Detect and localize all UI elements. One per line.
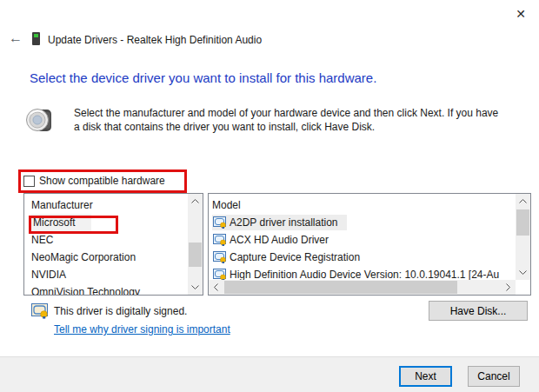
- scrollbar-thumb[interactable]: [189, 243, 202, 267]
- page-title: Select the device driver you want to ins…: [30, 70, 376, 85]
- chevron-left-icon: [214, 283, 218, 291]
- speaker-icon: [25, 105, 55, 137]
- driver-cert-icon: [213, 216, 227, 229]
- driver-device-icon: [32, 32, 40, 45]
- chevron-down-icon: [519, 270, 527, 275]
- chevron-right-icon: [506, 283, 510, 291]
- cancel-button[interactable]: Cancel: [468, 366, 520, 387]
- show-compatible-hardware-checkbox[interactable]: [23, 176, 35, 187]
- have-disk-button[interactable]: Have Disk...: [429, 301, 528, 321]
- scroll-up-button[interactable]: [516, 194, 530, 209]
- scroll-right-button[interactable]: [501, 280, 516, 295]
- list-item-nvidia[interactable]: NVIDIA: [24, 266, 188, 283]
- driver-cert-icon: [213, 251, 227, 263]
- list-item-hd-audio[interactable]: High Definition Audio Device Version: 10…: [209, 266, 516, 280]
- list-item-a2dp[interactable]: A2DP driver installation: [209, 214, 516, 231]
- model-list-header: Model: [209, 194, 516, 214]
- manufacturer-listbox: Manufacturer Microsoft NEC NeoMagic Corp…: [23, 193, 203, 296]
- driver-signing-link[interactable]: Tell me why driver signing is important: [54, 323, 230, 336]
- model-vertical-scrollbar[interactable]: [516, 194, 530, 280]
- list-item-omnivision[interactable]: OmniVision Technology: [24, 283, 188, 295]
- list-item-capture[interactable]: Capture Device Registration: [209, 249, 516, 266]
- chevron-up-icon: [191, 199, 199, 203]
- manufacturer-vertical-scrollbar[interactable]: [188, 194, 203, 295]
- list-item-acx[interactable]: ACX HD Audio Driver: [209, 231, 516, 249]
- manufacturer-list-header: Manufacturer: [24, 194, 188, 214]
- back-arrow-icon[interactable]: ←: [7, 30, 24, 46]
- next-button[interactable]: Next: [399, 366, 452, 387]
- list-item-neomagic[interactable]: NeoMagic Corporation: [24, 249, 188, 266]
- close-icon[interactable]: ✕: [511, 5, 530, 23]
- update-drivers-dialog: ✕ ← Update Drivers - Realtek High Defini…: [0, 0, 539, 392]
- driver-cert-icon: [213, 234, 227, 246]
- window-title: Update Drivers - Realtek High Definition…: [48, 34, 262, 46]
- digitally-signed-text: This driver is digitally signed.: [54, 305, 187, 317]
- list-item-microsoft[interactable]: Microsoft: [24, 214, 188, 231]
- show-compatible-hardware-row: Show compatible hardware: [23, 175, 165, 187]
- chevron-down-icon: [191, 285, 199, 289]
- footer-bar: [0, 356, 539, 392]
- driver-cert-icon: [213, 269, 227, 280]
- chevron-up-icon: [519, 199, 527, 203]
- scroll-up-button[interactable]: [188, 194, 203, 209]
- scrollbar-thumb[interactable]: [516, 209, 529, 236]
- signed-driver-cert-icon: [31, 303, 49, 322]
- scrollbar-thumb[interactable]: [224, 281, 457, 294]
- scroll-down-button[interactable]: [188, 280, 203, 295]
- show-compatible-hardware-label: Show compatible hardware: [39, 175, 165, 187]
- instructions-text: Select the manufacturer and model of you…: [74, 106, 502, 134]
- list-item-nec[interactable]: NEC: [24, 231, 188, 249]
- scroll-left-button[interactable]: [209, 280, 223, 295]
- scroll-down-button[interactable]: [516, 265, 530, 280]
- model-listbox: Model A2DP driver installation ACX HD Au…: [208, 193, 531, 296]
- model-horizontal-scrollbar[interactable]: [209, 280, 516, 295]
